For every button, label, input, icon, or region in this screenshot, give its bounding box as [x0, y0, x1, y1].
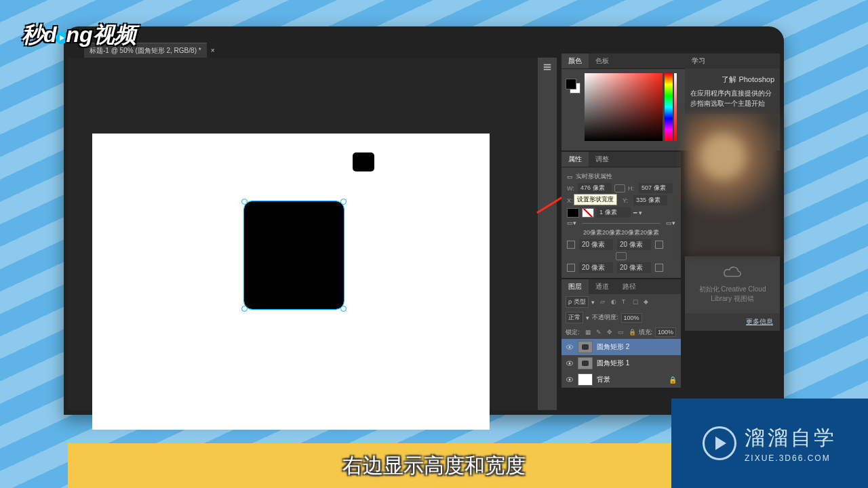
brand-title: 溜溜自学 [745, 424, 837, 452]
brand-subtitle: ZIXUE.3D66.COM [745, 453, 837, 463]
height-label: H: [628, 185, 636, 192]
tab-properties[interactable]: 属性 [561, 152, 589, 167]
live-shape-icon: ▭ [567, 174, 573, 180]
visibility-toggle-icon[interactable] [566, 343, 574, 351]
tab-swatches[interactable]: 色板 [589, 54, 616, 68]
transform-handle-bl[interactable] [241, 306, 248, 312]
tab-adjustments[interactable]: 调整 [589, 152, 616, 167]
link-wh-icon[interactable] [614, 184, 625, 192]
video-brand-logo: 秒dng视频 [22, 20, 136, 50]
foreground-color-swatch[interactable] [566, 79, 576, 89]
corner-tl-input[interactable]: 20 像素 [579, 239, 613, 250]
cc-libraries-message: 初始化 Creative Cloud Library 视图错 [694, 285, 770, 304]
photoshop-window: 标题-1 @ 50% (圆角矩形 2, RGB/8) * × 颜色 色板 [64, 26, 784, 415]
width-input[interactable]: 476 像素 [578, 183, 612, 193]
properties-header: 实时形状属性 [576, 172, 612, 181]
stroke-style-dropdown[interactable]: ━ ▾ [633, 209, 642, 216]
corner-tr-icon[interactable] [655, 241, 663, 249]
y-label: Y: [623, 197, 631, 204]
tab-color[interactable]: 颜色 [561, 54, 589, 68]
more-info-link[interactable]: 更多信息 [685, 313, 780, 331]
transform-handle-tr[interactable] [340, 199, 347, 205]
stroke-caps-icon[interactable]: ▭▾ [666, 220, 675, 226]
color-field[interactable] [585, 73, 663, 141]
layer-thumbnail [578, 341, 593, 353]
layer-filter-icons[interactable]: ▱◐T▢◆ [600, 298, 651, 306]
layer-name: 背景 [597, 375, 610, 384]
lock-icon: 🔒 [669, 376, 677, 384]
transform-handle-br[interactable] [340, 306, 347, 312]
opacity-input[interactable]: 100% [621, 313, 642, 323]
layer-name: 圆角矩形 1 [597, 359, 629, 368]
layer-row-selected[interactable]: 圆角矩形 2 [561, 339, 681, 355]
svg-rect-1 [544, 66, 551, 68]
hue-slider[interactable] [665, 73, 673, 141]
layer-name: 圆角矩形 2 [597, 342, 629, 352]
shape-small-rounded-rect[interactable] [353, 152, 374, 171]
tab-paths[interactable]: 路径 [616, 279, 643, 294]
corner-brand-card: 溜溜自学 ZIXUE.3D66.COM [671, 399, 868, 488]
visibility-toggle-icon[interactable] [566, 359, 574, 367]
layers-panel: 图层 通道 路径 ρ 类型▾ ▱◐T▢◆ 正常▾ 不透明度: 100% 锁定: … [561, 279, 681, 388]
artboard[interactable] [92, 134, 490, 430]
layer-row[interactable]: 圆角矩形 1 [561, 355, 681, 371]
fill-opacity-input[interactable]: 100% [655, 327, 676, 337]
stroke-width-input[interactable]: 1 像素 [597, 207, 631, 218]
visibility-toggle-icon[interactable] [566, 375, 574, 384]
panel-toggle-icon[interactable] [540, 60, 554, 74]
width-label: W: [567, 185, 575, 192]
lock-label: 锁定: [566, 328, 580, 337]
svg-point-10 [569, 379, 571, 381]
svg-point-6 [569, 346, 571, 348]
corner-radius-summary: 20像素20像素20像素20像素 [583, 228, 659, 237]
opacity-label: 不透明度: [592, 313, 618, 322]
layer-filter-kind[interactable]: ρ 类型 [566, 296, 589, 308]
panel-dock-strip [538, 58, 557, 410]
svg-point-8 [569, 363, 571, 365]
corner-tl-icon[interactable] [567, 241, 575, 249]
width-tooltip: 设置形状宽度 [574, 194, 617, 205]
corner-tr-input[interactable]: 20 像素 [617, 239, 651, 250]
layer-row-background[interactable]: 背景 🔒 [561, 371, 681, 388]
saturation-strip[interactable] [674, 73, 677, 141]
tab-channels[interactable]: 通道 [589, 279, 616, 294]
blend-mode-select[interactable]: 正常 [566, 312, 583, 323]
svg-rect-0 [544, 64, 551, 66]
svg-rect-2 [544, 69, 551, 70]
foreground-background-swatch[interactable] [566, 79, 580, 94]
color-panel: 颜色 色板 学习 了解 Photoshop 在应用程序内直接提供的分步指南选取一… [561, 54, 780, 150]
layer-thumbnail [578, 357, 593, 369]
learn-panel: 学习 了解 Photoshop 在应用程序内直接提供的分步指南选取一个主题开始 … [685, 54, 780, 331]
link-corners-icon[interactable] [616, 252, 627, 260]
stroke-swatch[interactable] [582, 208, 594, 218]
brand-play-icon [703, 426, 736, 460]
right-panel-stack: 颜色 色板 学习 了解 Photoshop 在应用程序内直接提供的分步指南选取一… [561, 54, 780, 411]
tab-learn[interactable]: 学习 [685, 54, 780, 68]
y-input[interactable]: 335 像素 [633, 195, 667, 205]
cloud-icon [722, 266, 743, 279]
fill-opacity-label: 填充: [639, 328, 653, 337]
cc-libraries-panel: 初始化 Creative Cloud Library 视图错 [685, 256, 780, 313]
properties-panel: 属性 调整 ▭实时形状属性 W: 476 像素 H: 507 像素 X: 设置形… [561, 152, 681, 278]
stroke-align-icon[interactable]: ▭▾ [567, 220, 576, 226]
corner-br-input[interactable]: 20 像素 [617, 262, 651, 273]
layer-thumbnail [578, 373, 593, 386]
logo-text-b: ng视频 [66, 22, 136, 47]
corner-br-icon[interactable] [655, 264, 663, 272]
tab-layers[interactable]: 图层 [561, 279, 589, 294]
canvas-area [68, 58, 538, 410]
corner-bl-input[interactable]: 20 像素 [579, 262, 613, 273]
learn-description: 在应用程序内直接提供的分步指南选取一个主题开始 [690, 88, 774, 108]
corner-bl-icon[interactable] [567, 264, 575, 272]
height-input[interactable]: 507 像素 [639, 183, 673, 193]
close-tab-icon[interactable]: × [207, 47, 219, 54]
logo-text-a: 秒d [22, 22, 57, 47]
lock-icons[interactable]: ▦✎✥▭🔒 [585, 329, 636, 336]
shape-selected-rounded-rect[interactable] [244, 201, 344, 309]
transform-handle-tl[interactable] [241, 199, 248, 205]
learn-thumbnails-blurred [685, 114, 780, 256]
fill-swatch[interactable] [567, 208, 579, 218]
learn-title: 了解 Photoshop [690, 74, 774, 85]
